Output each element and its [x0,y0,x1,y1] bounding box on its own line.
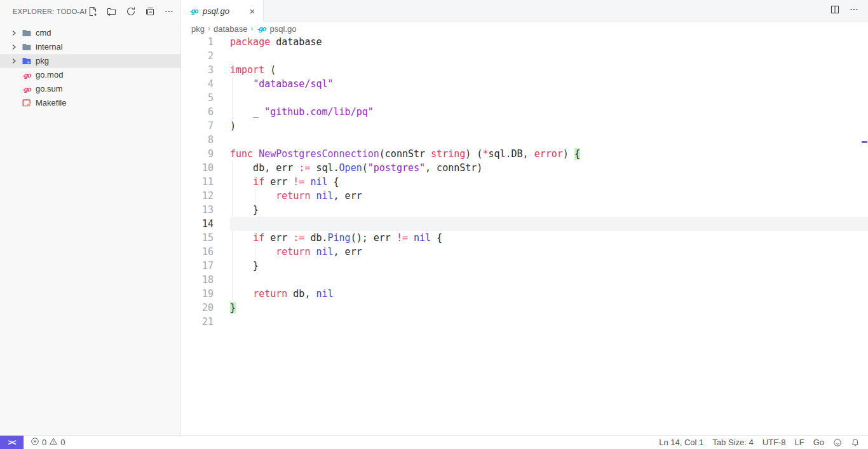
file-tree: cmdinternalpkg-gogo.mod-gogo.sumMakefile [0,22,180,110]
breadcrumb-separator: › [250,24,253,33]
line-number: 17 [181,259,214,273]
code-line [230,315,868,329]
line-number: 9 [181,147,214,161]
go-icon: -go [22,70,32,80]
line-number: 20 [181,301,214,315]
indent-guide [232,287,233,301]
line-number: 5 [181,91,214,105]
code-line: "database/sql" [230,77,868,91]
breadcrumb-segment[interactable]: psql.go [269,24,296,34]
feedback-icon[interactable] [829,436,846,449]
folder-blue-icon [22,56,32,66]
vscode-window: EXPLORER: TODO-API [0,0,868,449]
code-line: _ "github.com/lib/pq" [230,105,868,119]
indent-guide [232,189,233,203]
file-label: Makefile [36,96,66,110]
eol-indicator[interactable]: LF [790,436,808,449]
sidebar-item-makefile[interactable]: Makefile [0,96,180,110]
line-number: 10 [181,161,214,175]
line-number: 1 [181,35,214,49]
refresh-icon[interactable] [125,5,137,18]
explorer-header: EXPLORER: TODO-API [0,0,180,22]
file-label: go.mod [36,68,63,82]
error-icon [31,437,39,448]
line-number: 16 [181,245,214,259]
indent-guide [232,105,233,119]
line-number-gutter: 123456789101112131415161718192021 [181,35,230,435]
explorer-sidebar: EXPLORER: TODO-API [0,0,181,435]
code-editor[interactable]: 123456789101112131415161718192021 packag… [181,35,868,435]
tab-psql-go[interactable]: -go psql.go × [181,0,264,22]
sidebar-item-cmd[interactable]: cmd [0,26,180,40]
code-line: } [230,259,868,273]
tab-size-indicator[interactable]: Tab Size: 4 [708,436,757,449]
breadcrumb-segment[interactable]: pkg [191,24,205,34]
makefile-icon [22,98,32,108]
line-number: 15 [181,231,214,245]
code-line: ) [230,119,868,133]
code-line: return db, nil [230,287,868,301]
file-label: go.sum [36,82,63,96]
indent-guide [232,161,233,175]
indent-guide [232,91,233,105]
line-number: 3 [181,63,214,77]
folder-icon [22,42,32,52]
line-number: 19 [181,287,214,301]
indent-guide [255,189,255,203]
go-icon: -go [256,24,266,34]
line-number: 7 [181,119,214,133]
overview-ruler-marker [862,141,867,143]
code-line: import ( [230,63,868,77]
indent-guide [232,175,233,189]
code-line: func NewPostgresConnection(connStr strin… [230,147,868,161]
remote-indicator[interactable]: >< [0,436,24,449]
folder-icon [22,28,32,38]
code-line: db, err := sql.Open("postgres", connStr) [230,161,868,175]
tab-label: psql.go [203,6,243,16]
editor-more-actions-icon[interactable] [849,4,859,17]
line-number: 2 [181,49,214,63]
breadcrumb-separator: › [208,24,210,33]
split-editor-icon[interactable] [830,4,840,17]
indent-guide [232,259,233,273]
code-line: return nil, err [230,245,868,259]
new-file-icon[interactable] [86,5,99,18]
collapse-all-icon[interactable] [144,5,156,18]
indent-guide [232,231,233,245]
indent-guide [232,273,233,287]
line-number: 11 [181,175,214,189]
breadcrumb: pkg›database›-gopsql.go [181,22,868,35]
code-line: } [230,203,868,217]
chevron-right-icon [9,56,19,66]
more-actions-icon[interactable] [163,5,175,18]
language-indicator[interactable]: Go [809,436,829,449]
code-line [230,91,868,105]
line-number: 14 [181,217,214,231]
warning-icon [49,437,58,448]
sidebar-item-go-sum[interactable]: -gogo.sum [0,82,180,96]
line-col-indicator[interactable]: Ln 14, Col 1 [654,436,708,449]
problems-indicator[interactable]: 0 0 [26,436,69,449]
go-icon: -go [189,6,199,17]
sidebar-item-go-mod[interactable]: -gogo.mod [0,68,180,82]
code-content: package databaseimport ( "database/sql" … [230,35,868,435]
code-line [230,217,868,231]
indent-guide [255,245,255,259]
indent-guide [232,245,233,259]
code-line: package database [230,35,868,49]
code-line: if err := db.Ping(); err != nil { [230,231,868,245]
sidebar-item-internal[interactable]: internal [0,40,180,54]
status-bar-right: Ln 14, Col 1Tab Size: 4UTF-8LFGo [654,436,868,449]
close-tab-icon[interactable]: × [247,6,258,17]
sidebar-item-pkg[interactable]: pkg [0,54,180,68]
code-line [230,133,868,147]
explorer-title: EXPLORER: TODO-API [13,8,86,15]
indent-guide [232,203,233,217]
file-label: cmd [36,26,51,40]
new-folder-icon[interactable] [105,5,118,18]
line-number: 8 [181,133,214,147]
breadcrumb-segment[interactable]: database [214,24,248,34]
indent-guide [232,77,233,91]
encoding-indicator[interactable]: UTF-8 [758,436,790,449]
notifications-bell-icon[interactable] [846,436,864,449]
